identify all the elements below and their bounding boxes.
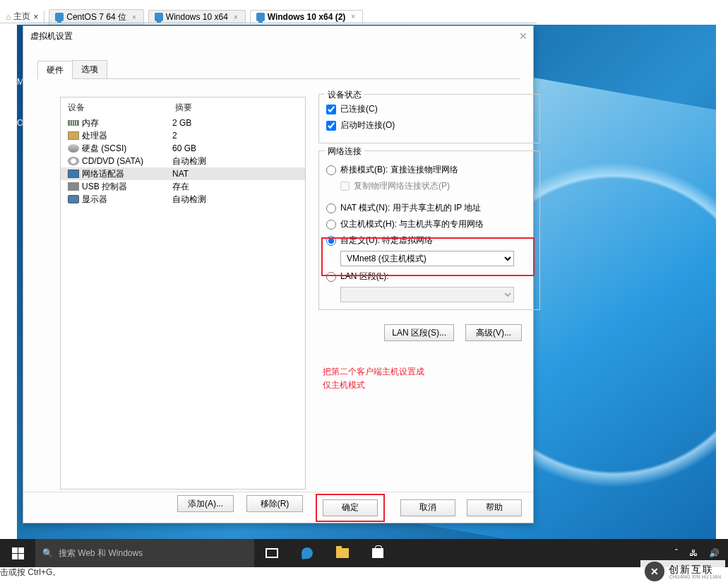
home-icon: ⌂: [6, 12, 11, 22]
col-summary: 摘要: [175, 102, 192, 114]
close-icon[interactable]: ×: [234, 13, 238, 21]
dialog-title: 虚拟机设置: [23, 26, 533, 46]
tab-home-label: 主页: [13, 11, 30, 23]
taskbar-pinned: [254, 539, 395, 567]
tray-volume-icon[interactable]: 🔊: [709, 548, 720, 558]
hw-row-display[interactable]: 显示器 自动检测: [61, 193, 305, 206]
col-device: 设备: [68, 102, 175, 114]
cancel-button[interactable]: 取消: [400, 499, 455, 516]
network-icon: [68, 170, 79, 178]
tab-hardware[interactable]: 硬件: [37, 61, 73, 79]
taskbar-tray: ˆ 🖧 🔊: [675, 548, 728, 558]
search-icon: 🔍: [42, 548, 53, 558]
advanced-button[interactable]: 高级(V)...: [465, 324, 522, 341]
start-button[interactable]: [0, 539, 35, 567]
windows-taskbar: 🔍 搜索 Web 和 Windows ˆ 🖧 🔊: [0, 539, 728, 567]
lan-segment-select: [340, 287, 514, 302]
lan-segment-select-wrap: [340, 287, 532, 302]
brand-watermark: ✕ 创新互联 CHUANG XIN HU LIAN: [640, 560, 725, 583]
connected-checkbox[interactable]: 已连接(C): [326, 103, 532, 115]
hw-row-cd[interactable]: CD/DVD (SATA) 自动检测: [61, 155, 305, 167]
edge-icon: [301, 547, 313, 559]
usb-icon: [68, 182, 79, 191]
radio-lan-segment[interactable]: LAN 区段(L):: [326, 271, 532, 283]
close-icon[interactable]: ×: [132, 13, 136, 21]
radio-custom[interactable]: 自定义(U): 特定虚拟网络: [326, 235, 532, 247]
tab-label: Windows 10 x64 (2): [268, 12, 346, 22]
tray-network-icon[interactable]: 🖧: [689, 548, 698, 558]
hardware-list: 设备 摘要 内存 2 GB 处理器 2 硬盘 (SCSI) 60 GB CD/D…: [60, 97, 306, 490]
network-connection-group: 网络连接 桥接模式(B): 直接连接物理网络 复制物理网络连接状态(P) NAT…: [318, 150, 540, 310]
radio-bridged[interactable]: 桥接模式(B): 直接连接物理网络: [326, 164, 532, 176]
close-icon[interactable]: ×: [351, 13, 355, 20]
connect-at-poweron-checkbox[interactable]: 启动时连接(O): [326, 119, 532, 131]
device-settings-panel: 设备状态 已连接(C) 启动时连接(O) 网络连接 桥接模式(B): 直接连接物…: [318, 94, 540, 317]
vmware-status-hint: 击或按 Ctrl+G。: [0, 567, 61, 579]
device-state-group: 设备状态 已连接(C) 启动时连接(O): [318, 94, 540, 143]
hardware-list-header: 设备 摘要: [61, 97, 305, 117]
annotation-text: 把第二个客户端主机设置成 仅主机模式: [323, 365, 424, 392]
custom-network-select-wrap: VMnet8 (仅主机模式): [340, 251, 532, 266]
vm-icon: [55, 13, 64, 21]
dialog-tabs: 硬件 选项: [37, 60, 520, 79]
vm-settings-dialog: 虚拟机设置 ✕ 硬件 选项 设备 摘要 内存 2 GB 处理器 2 硬盘 (SC…: [23, 25, 534, 523]
store-icon: [372, 548, 383, 558]
vmware-tab-active[interactable]: Windows 10 x64 (2) ×: [250, 10, 363, 24]
tab-label: Windows 10 x64: [166, 12, 228, 22]
lan-segments-button[interactable]: LAN 区段(S)...: [384, 324, 454, 341]
tab-options[interactable]: 选项: [72, 60, 107, 78]
network-extra-buttons: LAN 区段(S)... 高级(V)...: [384, 324, 522, 341]
close-icon[interactable]: ×: [33, 12, 38, 22]
cd-icon: [68, 157, 79, 165]
ok-button[interactable]: 确定: [323, 499, 378, 516]
hw-row-disk[interactable]: 硬盘 (SCSI) 60 GB: [61, 142, 305, 155]
store-button[interactable]: [360, 539, 395, 567]
vm-icon: [155, 13, 163, 21]
search-placeholder: 搜索 Web 和 Windows: [59, 547, 143, 559]
radio-hostonly[interactable]: 仅主机模式(H): 与主机共享的专用网络: [326, 218, 532, 230]
dialog-close-button[interactable]: ✕: [519, 30, 527, 42]
highlight-ok-button: 确定: [316, 494, 385, 522]
brand-logo-icon: ✕: [645, 562, 664, 581]
help-button[interactable]: 帮助: [467, 499, 522, 516]
tab-home[interactable]: ⌂ 主页 ×: [0, 11, 44, 23]
folder-icon: [336, 548, 349, 558]
vmware-tab[interactable]: Windows 10 x64 ×: [148, 10, 246, 23]
memory-icon: [68, 120, 79, 126]
network-connection-title: 网络连接: [325, 146, 364, 158]
cpu-icon: [68, 131, 79, 140]
vmware-tab-bar: ⌂ 主页 × CentOS 7 64 位 × Windows 10 x64 × …: [0, 11, 363, 23]
hw-row-cpu[interactable]: 处理器 2: [61, 129, 305, 142]
edge-button[interactable]: [290, 539, 325, 567]
custom-network-select[interactable]: VMnet8 (仅主机模式): [340, 251, 514, 266]
hw-row-network[interactable]: 网络适配器 NAT: [61, 167, 305, 180]
windows-logo-icon: [12, 547, 24, 559]
device-state-title: 设备状态: [325, 89, 364, 101]
hw-row-memory[interactable]: 内存 2 GB: [61, 117, 305, 129]
taskview-icon: [265, 548, 278, 558]
radio-nat[interactable]: NAT 模式(N): 用于共享主机的 IP 地址: [326, 202, 532, 214]
explorer-button[interactable]: [325, 539, 360, 567]
taskbar-search[interactable]: 🔍 搜索 Web 和 Windows: [35, 539, 254, 567]
vm-icon: [256, 13, 265, 21]
taskview-button[interactable]: [254, 539, 290, 567]
tray-chevron-icon[interactable]: ˆ: [675, 548, 678, 558]
display-icon: [68, 195, 79, 203]
hw-row-usb[interactable]: USB 控制器 存在: [61, 180, 305, 193]
tab-label: CentOS 7 64 位: [66, 11, 126, 23]
tab-underline: [0, 23, 537, 23]
disk-icon: [68, 144, 79, 153]
dialog-actions: 确定 取消 帮助: [23, 492, 533, 523]
replicate-checkbox: 复制物理网络连接状态(P): [340, 180, 532, 192]
